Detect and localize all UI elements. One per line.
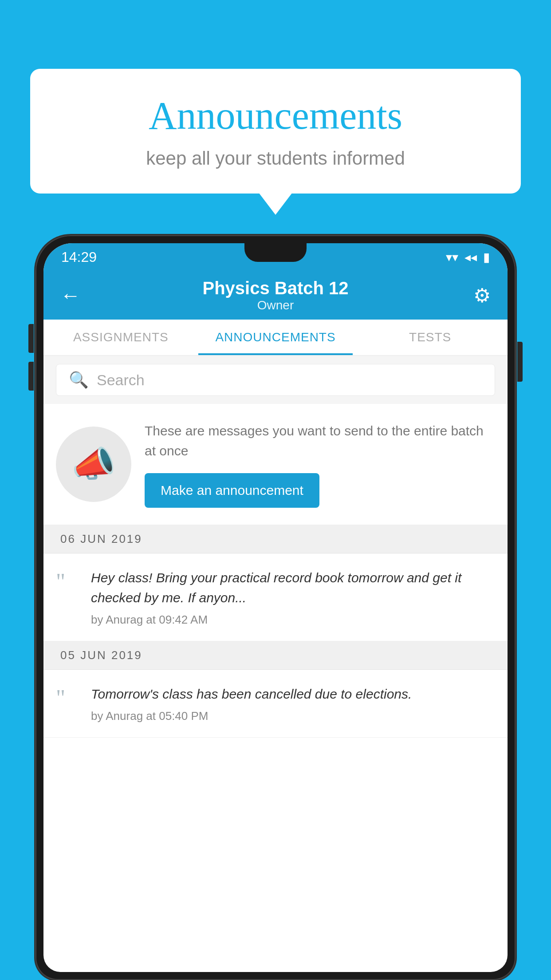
quote-icon-1: " [56,570,80,593]
settings-icon[interactable]: ⚙ [473,284,491,307]
wifi-icon: ▾▾ [446,250,458,265]
announcement-empty-state: 📣 These are messages you want to send to… [43,404,508,525]
tabs-container: ASSIGNMENTS ANNOUNCEMENTS TESTS [43,320,508,356]
announcement-text-2: Tomorrow's class has been cancelled due … [91,684,495,704]
announcement-item-2[interactable]: " Tomorrow's class has been cancelled du… [43,670,508,738]
announcement-empty-description: These are messages you want to send to t… [145,421,495,461]
search-icon: 🔍 [69,371,89,389]
date-separator-2: 05 JUN 2019 [43,641,508,670]
app-bar-title-section: Physics Batch 12 Owner [202,278,348,312]
search-placeholder: Search [97,371,145,389]
announcement-content-1: Hey class! Bring your practical record b… [91,568,495,627]
make-announcement-button[interactable]: Make an announcement [145,473,319,508]
phone-screen: 14:29 ▾▾ ◂◂ ▮ ← Physics Batch 12 Owner ⚙… [43,243,508,972]
search-bar[interactable]: 🔍 Search [56,364,495,396]
signal-icon: ◂◂ [464,250,477,265]
battery-icon: ▮ [483,250,490,265]
announcement-text-1: Hey class! Bring your practical record b… [91,568,495,608]
back-button[interactable]: ← [60,283,81,307]
tab-tests[interactable]: TESTS [353,320,508,355]
notch [244,243,307,262]
volume-button-down [28,362,34,391]
app-bar-subtitle: Owner [202,298,348,312]
status-bar: 14:29 ▾▾ ◂◂ ▮ [43,243,508,271]
speech-bubble-container: Announcements keep all your students inf… [30,69,521,194]
power-button [517,342,523,382]
announcement-item-1[interactable]: " Hey class! Bring your practical record… [43,553,508,641]
app-bar: ← Physics Batch 12 Owner ⚙ [43,271,508,320]
announcement-meta-2: by Anurag at 05:40 PM [91,709,495,723]
bubble-subtitle: keep all your students informed [57,148,494,169]
volume-button-up [28,324,34,353]
quote-icon-2: " [56,687,80,710]
bubble-title: Announcements [57,93,494,138]
announcement-icon-circle: 📣 [56,427,131,502]
search-container: 🔍 Search [43,356,508,404]
tab-announcements[interactable]: ANNOUNCEMENTS [198,320,353,355]
speech-bubble: Announcements keep all your students inf… [30,69,521,194]
megaphone-icon: 📣 [71,443,116,485]
tab-assignments[interactable]: ASSIGNMENTS [43,320,198,355]
announcement-meta-1: by Anurag at 09:42 AM [91,613,495,627]
date-separator-1: 06 JUN 2019 [43,525,508,553]
status-time: 14:29 [61,249,97,265]
announcement-empty-content: These are messages you want to send to t… [145,421,495,508]
phone-mockup: 14:29 ▾▾ ◂◂ ▮ ← Physics Batch 12 Owner ⚙… [35,235,516,980]
announcement-content-2: Tomorrow's class has been cancelled due … [91,684,495,723]
status-icons: ▾▾ ◂◂ ▮ [446,250,490,265]
app-bar-title: Physics Batch 12 [202,278,348,298]
